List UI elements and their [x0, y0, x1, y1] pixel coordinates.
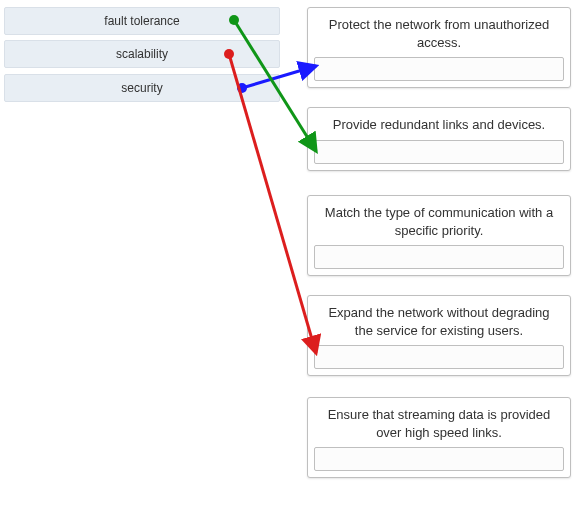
handle-fault-tolerance[interactable]	[229, 15, 239, 25]
target-label: Provide redundant links and devices.	[308, 108, 570, 140]
handle-security[interactable]	[237, 83, 247, 93]
handle-scalability[interactable]	[224, 49, 234, 59]
source-label: scalability	[116, 47, 168, 61]
source-label: security	[121, 81, 162, 95]
target-label: Match the type of communication with a s…	[308, 196, 570, 245]
target-unauthorized[interactable]: Protect the network from unauthorized ac…	[307, 7, 571, 88]
matching-exercise: fault tolerance scalability security Pro…	[0, 0, 582, 519]
target-label: Ensure that streaming data is provided o…	[308, 398, 570, 447]
target-expand[interactable]: Expand the network without degrading the…	[307, 295, 571, 376]
drop-slot[interactable]	[314, 57, 564, 81]
drop-slot[interactable]	[314, 245, 564, 269]
drop-slot[interactable]	[314, 345, 564, 369]
target-redundant[interactable]: Provide redundant links and devices.	[307, 107, 571, 171]
source-scalability[interactable]: scalability	[4, 40, 280, 68]
target-streaming[interactable]: Ensure that streaming data is provided o…	[307, 397, 571, 478]
source-label: fault tolerance	[104, 14, 179, 28]
target-priority[interactable]: Match the type of communication with a s…	[307, 195, 571, 276]
target-label: Expand the network without degrading the…	[308, 296, 570, 345]
target-label: Protect the network from unauthorized ac…	[308, 8, 570, 57]
drop-slot[interactable]	[314, 447, 564, 471]
drop-slot[interactable]	[314, 140, 564, 164]
